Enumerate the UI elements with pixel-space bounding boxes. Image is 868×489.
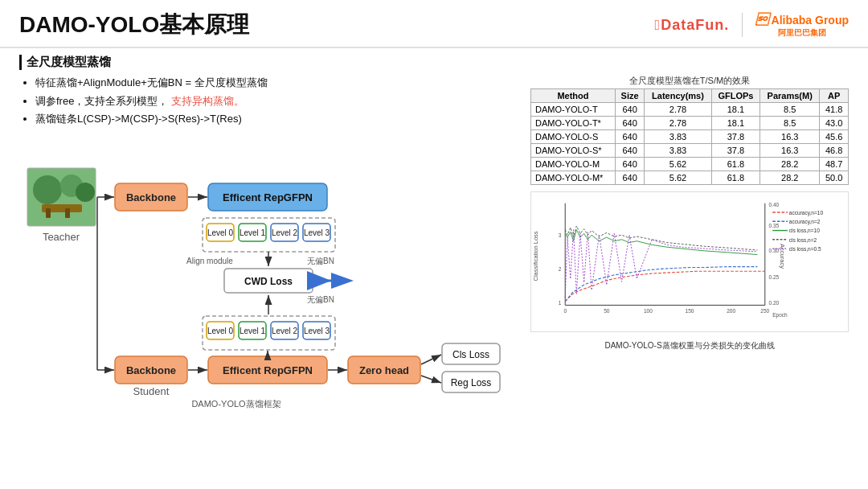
right-panel: 全尺度模型蒸馏在T/S/M的效果 Method Size Latency(ms)… — [530, 75, 849, 486]
content-area: 全尺度模型蒸馏 特征蒸馏+AlignModule+无偏BN = 全尺度模型蒸馏 … — [0, 48, 868, 489]
chart-container: Classification Loss Accuracy 0 50 100 15… — [530, 191, 849, 332]
level2-teacher-text: Level 2 — [272, 228, 298, 237]
chart-caption: DAMO-YOLO-S蒸馏权重与分类损失的变化曲线 — [530, 340, 849, 351]
table-cell: 640 — [615, 117, 644, 130]
page: DAMO-YOLO基本原理 DataFun.  Alibaba Group … — [0, 0, 868, 489]
bullet-2-red: 支持异构蒸馏。 — [171, 95, 244, 107]
y-label: Classification Loss — [532, 231, 539, 281]
header: DAMO-YOLO基本原理 DataFun.  Alibaba Group … — [0, 0, 868, 48]
table-cell: 28.2 — [760, 171, 820, 185]
table-row: DAMO-YOLO-S*6403.8337.816.346.8 — [531, 144, 849, 158]
bench-leg1 — [46, 208, 51, 218]
table-cell: DAMO-YOLO-T — [531, 103, 616, 117]
col-size: Size — [615, 89, 644, 103]
svg-text:0.25: 0.25 — [769, 274, 780, 280]
align-label-text: Align module — [186, 257, 233, 265]
table-cell: 640 — [615, 158, 644, 171]
level0-student-text: Level 0 — [207, 327, 234, 335]
table-cell: 3.83 — [645, 144, 711, 158]
svg-text:0: 0 — [563, 308, 567, 314]
diagram-container: Teacher Backbone Efficent RepGFPN — [19, 138, 502, 411]
table-cell: 18.1 — [711, 103, 760, 117]
svg-text:50: 50 — [604, 308, 610, 314]
col-ap: AP — [820, 89, 849, 103]
alibaba-logo:  Alibaba Group 阿里巴巴集团 — [755, 12, 849, 37]
table-cell: 28.2 — [760, 158, 820, 171]
table-cell: 37.8 — [711, 144, 760, 158]
table-row: DAMO-YOLO-S6403.8337.816.345.6 — [531, 130, 849, 144]
results-table: Method Size Latency(ms) GFLOPs Params(M)… — [530, 88, 849, 185]
svg-text:accuracy,n=10: accuracy,n=10 — [789, 210, 824, 216]
level1-student-text: Level 1 — [240, 327, 266, 335]
student-label-text: Student — [133, 385, 170, 397]
level2-student-text: Level 2 — [272, 327, 298, 335]
svg-text:1: 1 — [559, 300, 562, 306]
table-cell: 640 — [615, 130, 644, 144]
bullet-2: 调参free，支持全系列模型， 支持异构蒸馏。 — [35, 93, 518, 109]
repgfpn-student-text: Efficent RepGFPN — [223, 364, 313, 376]
table-row: DAMO-YOLO-T*6402.7818.18.543.0 — [531, 117, 849, 130]
table-row: DAMO-YOLO-T6402.7818.18.541.8 — [531, 103, 849, 117]
backbone-student-text: Backbone — [126, 364, 176, 376]
diagram-svg: Teacher Backbone Efficent RepGFPN — [19, 138, 502, 411]
table-cell: 61.8 — [711, 158, 760, 171]
table-cell: 2.78 — [645, 103, 711, 117]
table-header-row: Method Size Latency(ms) GFLOPs Params(M)… — [531, 89, 849, 103]
table-cell: 3.83 — [645, 130, 711, 144]
datafun-text: DataFun. — [661, 17, 729, 33]
results-table-wrapper: 全尺度模型蒸馏在T/S/M的效果 Method Size Latency(ms)… — [530, 75, 849, 185]
backbone-teacher-text: Backbone — [126, 191, 176, 203]
col-gflops: GFLOPs — [711, 89, 760, 103]
table-cell: 8.5 — [760, 103, 820, 117]
bullet-3: 蒸馏链条L(CSP)->M(CSP)->S(Res)->T(Res) — [35, 111, 518, 127]
reg-loss-text: Reg Loss — [451, 377, 492, 388]
zerohead-text: Zero head — [359, 364, 409, 376]
table-row: DAMO-YOLO-M6405.6261.828.248.7 — [531, 158, 849, 171]
svg-text:100: 100 — [644, 308, 653, 314]
table-cell: 37.8 — [711, 130, 760, 144]
table-body: DAMO-YOLO-T6402.7818.18.541.8DAMO-YOLO-T… — [531, 103, 849, 185]
svg-text:cls loss,n=0.5: cls loss,n=0.5 — [789, 246, 821, 252]
table-row: DAMO-YOLO-M*6405.6261.828.250.0 — [531, 171, 849, 185]
bullet-2-text: 调参free，支持全系列模型， — [35, 95, 168, 107]
svg-text:200: 200 — [727, 308, 735, 314]
main-area: 特征蒸馏+AlignModule+无偏BN = 全尺度模型蒸馏 调参free，支… — [19, 75, 849, 486]
svg-text:150: 150 — [686, 308, 694, 314]
table-caption: 全尺度模型蒸馏在T/S/M的效果 — [530, 75, 849, 87]
bullet-1: 特征蒸馏+AlignModule+无偏BN = 全尺度模型蒸馏 — [35, 75, 518, 91]
arrow-zerohead-reg — [421, 376, 441, 383]
y-right-label: Accuracy — [779, 244, 786, 269]
table-cell: 5.62 — [645, 171, 711, 185]
table-cell: 61.8 — [711, 171, 760, 185]
table-cell: 50.0 — [820, 171, 849, 185]
table-cell: 46.8 — [820, 144, 849, 158]
level1-teacher-text: Level 1 — [240, 228, 266, 237]
diagram-caption: DAMO-YOLO蒸馏框架 — [191, 399, 280, 409]
bench-leg2 — [65, 208, 70, 218]
table-cell: DAMO-YOLO-S* — [531, 144, 616, 158]
tree3 — [76, 183, 95, 202]
datafun-logo: DataFun. — [655, 17, 730, 34]
table-cell: 43.0 — [820, 117, 849, 130]
col-params: Params(M) — [760, 89, 820, 103]
divider — [742, 13, 743, 37]
table-cell: 41.8 — [820, 103, 849, 117]
table-cell: 16.3 — [760, 130, 820, 144]
teacher-label-text: Teacher — [43, 231, 80, 243]
table-cell: 18.1 — [711, 117, 760, 130]
svg-text:accuracy,n=2: accuracy,n=2 — [789, 219, 821, 225]
table-cell: DAMO-YOLO-T* — [531, 117, 616, 130]
svg-text:0.20: 0.20 — [769, 300, 780, 306]
svg-text:Epoch: Epoch — [772, 312, 788, 318]
repgfpn-teacher-text: Efficent RepGFPN — [223, 191, 313, 203]
svg-text:2: 2 — [559, 266, 562, 272]
table-cell: 8.5 — [760, 117, 820, 130]
table-cell: 640 — [615, 171, 644, 185]
table-cell: DAMO-YOLO-M* — [531, 171, 616, 185]
svg-text:3: 3 — [559, 232, 562, 238]
alibaba-line2: 阿里巴巴集团 — [778, 28, 826, 38]
svg-text:0.40: 0.40 — [769, 202, 780, 208]
arrow-zerohead-cls — [421, 355, 441, 364]
level0-teacher-text: Level 0 — [207, 228, 234, 237]
wupin-bn-top: 无偏BN — [307, 257, 334, 265]
